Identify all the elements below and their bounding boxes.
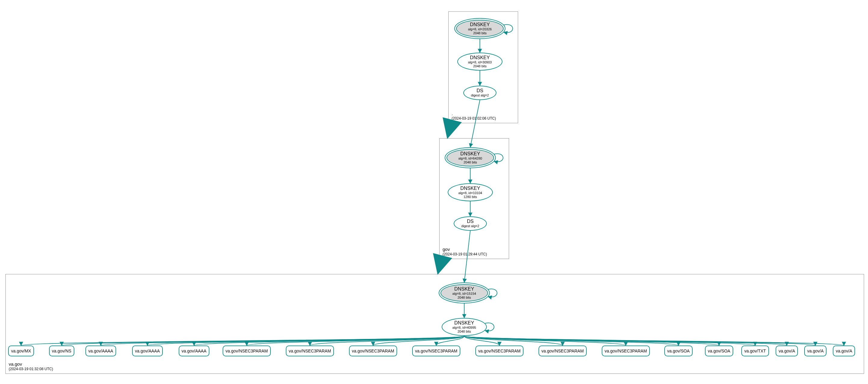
root-zsk-node: DNSKEY alg=8, id=30903 2048 bits	[457, 53, 502, 71]
node-title: DS	[476, 88, 483, 94]
zone-va-name: va.gov	[9, 361, 53, 367]
node-title: DNSKEY	[460, 151, 480, 156]
zone-root-label: . (2024-03-19 01:02:06 UTC)	[452, 111, 496, 121]
node-title: DS	[467, 219, 473, 224]
rrset-leaf: va.gov/NSEC3PARAM	[475, 346, 524, 356]
node-sub1: alg=8, id=40995	[453, 326, 476, 329]
zone-root-time: (2024-03-19 01:02:06 UTC)	[452, 116, 496, 121]
gov-ksk-node: DNSKEY alg=8, id=64280 2048 bits	[445, 147, 496, 168]
rrset-leaf: va.gov/NS	[49, 346, 74, 356]
node-sub2: 2048 bits	[458, 296, 471, 300]
node-sub2: 2048 bits	[458, 329, 471, 334]
rrset-leaf: va.gov/NSEC3PARAM	[223, 346, 271, 356]
rrset-leaf: va.gov/NSEC3PARAM	[349, 346, 398, 356]
va-ksk-node: DNSKEY alg=8, id=15154 2048 bits	[439, 282, 490, 304]
node-title: DNSKEY	[454, 286, 474, 292]
node-sub1: alg=8, id=15154	[453, 292, 476, 296]
node-sub2: 2048 bits	[473, 31, 487, 35]
node-sub1: digest alg=2	[461, 224, 479, 228]
rrset-leaf: va.gov/A	[804, 346, 827, 356]
node-sub1: alg=8, id=10104	[459, 191, 482, 195]
node-title: DNSKEY	[460, 186, 480, 191]
zone-root-name: .	[452, 111, 496, 116]
rrset-leaf: va.gov/AAAA	[179, 346, 210, 356]
zone-va-time: (2024-03-19 01:32:08 UTC)	[9, 367, 53, 372]
rrset-leaf: va.gov/AAAA	[132, 346, 163, 356]
node-title: DNSKEY	[454, 320, 474, 326]
zone-gov-name: gov	[442, 246, 487, 252]
zone-va-label: va.gov (2024-03-19 01:32:08 UTC)	[9, 361, 53, 372]
node-sub1: digest alg=2	[471, 94, 489, 97]
rrset-leaf: va.gov/TXT	[741, 346, 769, 356]
rrset-leaf: va.gov/NSEC3PARAM	[538, 346, 587, 356]
node-title: DNSKEY	[470, 55, 490, 60]
rrset-leaf: va.gov/NSEC3PARAM	[602, 346, 650, 356]
rrset-leaf: va.gov/NSEC3PARAM	[286, 346, 334, 356]
rrset-leaf: va.gov/SOA	[664, 346, 693, 356]
gov-zsk-node: DNSKEY alg=8, id=10104 1280 bits	[448, 183, 493, 201]
node-sub1: alg=8, id=20326	[468, 27, 492, 31]
rrset-leaf: va.gov/MX	[8, 346, 34, 356]
zone-gov-time: (2024-03-19 01:29:44 UTC)	[442, 252, 487, 257]
rrset-leaf: va.gov/NSEC3PARAM	[412, 346, 461, 356]
root-ksk-node: DNSKEY alg=8, id=20326 2048 bits	[454, 18, 505, 39]
gov-ds-node: DS digest alg=2	[454, 216, 487, 231]
node-sub2: 2048 bits	[473, 64, 487, 68]
root-ds-node: DS digest alg=2	[463, 85, 496, 100]
zone-gov-label: gov (2024-03-19 01:29:44 UTC)	[442, 246, 487, 257]
rrset-leaf: va.gov/SOA	[705, 346, 734, 356]
va-zsk-node: DNSKEY alg=8, id=40995 2048 bits	[442, 318, 487, 336]
node-sub2: 2048 bits	[464, 161, 477, 164]
rrset-leaf: va.gov/A	[776, 346, 798, 356]
rrset-leaf: va.gov/AAAA	[86, 346, 117, 356]
node-title: DNSKEY	[470, 22, 490, 27]
node-sub2: 1280 bits	[464, 195, 477, 199]
node-sub1: alg=8, id=30903	[468, 60, 492, 64]
node-sub1: alg=8, id=64280	[459, 156, 482, 161]
zone-va: va.gov (2024-03-19 01:32:08 UTC)	[5, 274, 864, 374]
rrset-leaf: va.gov/A	[833, 346, 855, 356]
